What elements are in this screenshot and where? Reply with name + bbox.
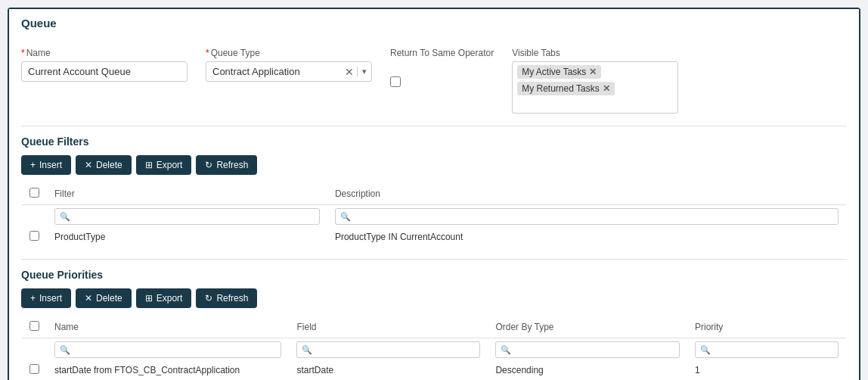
tag-my-returned-tasks-remove[interactable]: ✕ [603,83,610,94]
priorities-search-name-cell: 🔍 [47,338,289,362]
plus-icon-2: + [30,293,36,304]
priorities-search-priority-cell: 🔍 [687,338,846,362]
filters-refresh-button[interactable]: ↻ Refresh [196,155,257,175]
desc-search-icon: 🔍 [340,212,351,222]
filters-search-filter-cell: 🔍 [47,205,327,229]
desc-search-input[interactable] [354,211,833,222]
table-row: ProductType ProductType IN CurrentAccoun… [22,228,847,247]
plus-icon: + [30,160,36,170]
priority-row-checkbox[interactable] [29,364,39,374]
priority-row-order: Descending [488,361,687,380]
filters-select-all[interactable] [29,188,39,198]
page-title: Queue [21,17,57,30]
filters-search-desc-cell: 🔍 [327,205,847,229]
return-label: Return To Same Operator [390,48,494,58]
visible-tabs-input[interactable]: My Active Tasks ✕ My Returned Tasks ✕ [512,61,678,114]
prio-order-search-icon: 🔍 [501,345,511,355]
refresh-icon: ↻ [205,160,212,170]
filter-row-filter: ProductType [47,228,327,247]
return-checkbox[interactable] [390,76,401,87]
prio-priority-search-icon: 🔍 [700,345,711,355]
priorities-export-button[interactable]: ⊞ Export [136,288,192,308]
filter-row-description: ProductType IN CurrentAccount [327,228,847,247]
divider-2 [21,259,847,260]
priorities-insert-button[interactable]: + Insert [21,288,71,308]
queue-type-value: Contract Application [206,62,342,81]
visible-tabs-text-input[interactable] [517,99,673,110]
name-input[interactable] [21,61,188,82]
prio-field-search-input[interactable] [315,344,475,355]
priorities-delete-button[interactable]: ✕ Delete [76,288,132,308]
export-icon: ⊞ [145,160,153,170]
priorities-select-all[interactable] [29,321,39,331]
queue-filters-title: Queue Filters [21,135,847,148]
filter-row-checkbox[interactable] [29,231,39,241]
filters-search-checkbox-cell [22,205,48,229]
divider-1 [21,126,847,126]
name-label: *Name [21,48,188,58]
filters-col-filter: Filter [47,183,327,205]
visible-tabs-label: Visible Tabs [512,48,847,58]
prio-name-search-input[interactable] [73,344,276,355]
filter-search-input[interactable] [73,211,315,222]
filters-row-checkbox-cell [22,228,48,247]
filter-search-icon: 🔍 [60,212,70,222]
priorities-refresh-button[interactable]: ↻ Refresh [196,288,257,308]
priorities-col-order: Order By Type [488,316,687,338]
filters-table: Filter Description 🔍 [21,182,847,247]
tag-my-active-tasks-remove[interactable]: ✕ [589,67,597,77]
prio-order-search-input[interactable] [514,344,674,355]
prio-priority-search-input[interactable] [714,344,833,355]
priorities-search-checkbox-cell [22,338,48,362]
queue-type-label: *Queue Type [206,48,372,58]
queue-filters-section: Queue Filters + Insert ✕ Delete ⊞ Export [21,135,847,247]
cross-icon: ✕ [85,160,92,170]
priorities-header-checkbox [22,316,48,338]
queue-filters-btn-group: + Insert ✕ Delete ⊞ Export ↻ Refresh [21,155,847,175]
table-row: startDate from FTOS_CB_ContractApplicati… [22,361,847,380]
priorities-col-priority: Priority [687,316,846,338]
queue-type-clear-icon[interactable]: ✕ [342,66,357,78]
priorities-search-field-cell: 🔍 [289,338,488,362]
prio-field-search-icon: 🔍 [302,345,312,355]
priority-row-field: startDate [289,361,488,380]
filters-header-checkbox [22,183,48,205]
priorities-col-field: Field [289,316,488,338]
priorities-col-name: Name [47,316,289,338]
tag-my-active-tasks: My Active Tasks ✕ [517,65,601,79]
queue-type-arrow-icon[interactable]: ▾ [357,67,371,76]
queue-type-dropdown[interactable]: Contract Application ✕ ▾ [206,61,372,82]
cross-icon-2: ✕ [85,293,92,304]
queue-priorities-section: Queue Priorities + Insert ✕ Delete ⊞ Exp… [21,269,847,380]
filters-delete-button[interactable]: ✕ Delete [76,155,132,175]
refresh-icon-2: ↻ [205,293,212,304]
export-icon-2: ⊞ [145,293,153,304]
priorities-search-order-cell: 🔍 [488,338,687,362]
filters-col-description: Description [327,183,847,205]
filters-export-button[interactable]: ⊞ Export [136,155,192,175]
tag-my-returned-tasks: My Returned Tasks ✕ [517,82,615,95]
filters-insert-button[interactable]: + Insert [21,155,71,175]
priority-row-name: startDate from FTOS_CB_ContractApplicati… [47,361,289,380]
queue-priorities-btn-group: + Insert ✕ Delete ⊞ Export ↻ Refresh [21,288,847,308]
priorities-table: Name Field Order By Type Priority 🔍 [21,316,847,380]
prio-name-search-icon: 🔍 [60,345,70,355]
priority-row-priority: 1 [687,361,846,380]
priorities-row-checkbox-cell [22,361,48,380]
queue-priorities-title: Queue Priorities [21,269,847,281]
